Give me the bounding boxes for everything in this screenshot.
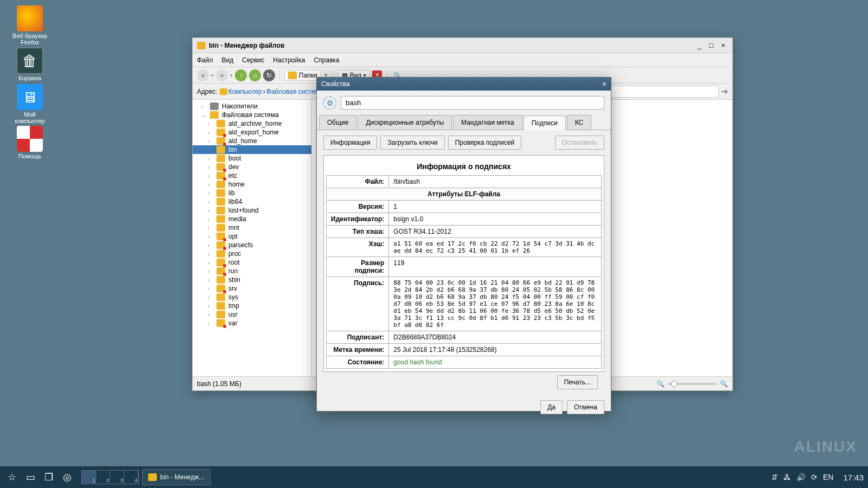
properties-dialog: Свойства × ⚙ Общие Дискреционные атрибут…: [316, 77, 611, 412]
folder-icon: [216, 120, 225, 127]
maximize-button[interactable]: □: [706, 41, 716, 50]
tree-item-dev[interactable]: ›dev: [193, 163, 311, 171]
menu-help[interactable]: Справка: [314, 56, 339, 64]
breadcrumb-item[interactable]: Файловая система: [266, 88, 323, 95]
tree-item-opt[interactable]: ›opt: [193, 232, 311, 241]
network-icon[interactable]: 🖧: [783, 473, 791, 481]
zoom-control[interactable]: 🔍 🔍: [656, 380, 728, 388]
taskbar-task[interactable]: bin - Менедж...: [142, 469, 210, 485]
breadcrumb-item[interactable]: Компьютер: [228, 88, 262, 95]
updates-icon[interactable]: ⟳: [811, 473, 818, 481]
tree-item-usr[interactable]: ›usr: [193, 310, 311, 319]
tree-item-ald_home[interactable]: ›ald_home: [193, 137, 311, 145]
clock[interactable]: 17:43: [843, 473, 864, 482]
show-desktop-button[interactable]: ▭: [23, 470, 38, 485]
tree-item-srv[interactable]: ›srv: [193, 284, 311, 293]
dialog-close-button[interactable]: ×: [602, 80, 607, 88]
tree-item-lib64[interactable]: ›lib64: [193, 197, 311, 206]
tab-mac[interactable]: Мандатная метка: [453, 115, 522, 130]
windows-button[interactable]: ❐: [41, 470, 56, 485]
tree-item-sys[interactable]: ›sys: [193, 293, 311, 301]
tree-item-proc[interactable]: ›proc: [193, 249, 311, 258]
refresh-button[interactable]: ↻: [263, 69, 275, 81]
ok-button[interactable]: Да: [540, 400, 563, 414]
tree-item-run[interactable]: ›run: [193, 267, 311, 275]
address-label: Адрес:: [197, 88, 218, 95]
minimize-button[interactable]: _: [694, 41, 704, 50]
desktop-label: Помощь: [11, 153, 49, 159]
zoom-out-icon[interactable]: 🔍: [656, 380, 665, 388]
home-button[interactable]: ⌂: [249, 69, 261, 81]
tree-item-lost+found[interactable]: ›lost+found: [193, 206, 311, 215]
workspace-pager[interactable]: 1 2 3 4: [81, 470, 139, 484]
menu-file[interactable]: Файл: [197, 56, 213, 64]
tree-item-boot[interactable]: ›boot: [193, 154, 311, 163]
zoom-in-icon[interactable]: 🔍: [720, 380, 728, 388]
tree-item-root[interactable]: ›root: [193, 258, 311, 267]
back-button[interactable]: «: [197, 69, 209, 81]
folder-icon: [216, 189, 225, 197]
apps-button[interactable]: ◎: [60, 470, 75, 485]
desktop-icon-help[interactable]: Помощь: [11, 126, 49, 159]
folder-tree[interactable]: ›Накопители ⌄Файловая система ›ald_archi…: [193, 100, 312, 376]
tab-general[interactable]: Общие: [319, 115, 356, 130]
folder-icon: [216, 155, 225, 162]
zoom-slider[interactable]: [668, 383, 717, 385]
cancel-button[interactable]: Отмена: [567, 400, 604, 414]
trash-icon: 🗑: [17, 48, 43, 74]
tree-item-ald_export_home[interactable]: ›ald_export_home: [193, 128, 311, 137]
tree-item-parsecfs[interactable]: ›parsecfs: [193, 241, 311, 249]
desktop-icon-computer[interactable]: 🖥 Мой компьютер: [11, 84, 49, 124]
dialog-titlebar[interactable]: Свойства ×: [317, 78, 611, 91]
titlebar[interactable]: bin - Менеджер файлов _ □ ×: [193, 38, 732, 53]
folder-icon: [216, 276, 225, 284]
desktop-icon-trash[interactable]: 🗑 Корзина: [11, 48, 49, 81]
tabs: Общие Дискреционные атрибуты Мандатная м…: [317, 115, 611, 130]
menu-settings[interactable]: Настройка: [273, 56, 305, 64]
tree-item-mnt[interactable]: ›mnt: [193, 223, 311, 232]
tree-item-bin[interactable]: ›bin: [193, 145, 311, 154]
tree-item-tmp[interactable]: ›tmp: [193, 301, 311, 310]
tab-signatures[interactable]: Подписи: [524, 115, 566, 130]
menu-service[interactable]: Сервис: [242, 56, 264, 64]
workspace-2[interactable]: 2: [96, 471, 110, 484]
forward-button[interactable]: »: [216, 69, 228, 81]
desktop-label: Корзина: [11, 75, 49, 81]
keyboard-layout[interactable]: EN: [823, 473, 833, 481]
start-button[interactable]: ☆: [4, 470, 20, 485]
volume-icon[interactable]: 🔊: [796, 473, 806, 481]
go-button[interactable]: ➜: [721, 86, 728, 97]
workspace-3[interactable]: 3: [110, 471, 124, 484]
firefox-icon: [17, 5, 43, 31]
filename-input[interactable]: [341, 96, 604, 110]
folder-icon: [148, 473, 157, 481]
folder-icon: [216, 302, 225, 310]
signature-panel[interactable]: Информация о подписях Файл:/bin/bash Атт…: [323, 155, 604, 372]
folder-icon: [288, 72, 297, 79]
tree-item-drives[interactable]: ›Накопители: [193, 102, 311, 111]
tree-item-sbin[interactable]: ›sbin: [193, 275, 311, 284]
folders-toggle[interactable]: Папки: [284, 70, 321, 81]
verify-button[interactable]: Проверка подписей: [448, 136, 522, 150]
taskbar: ☆ ▭ ❐ ◎ 1 2 3 4 bin - Менедж... ⇵ 🖧 🔊 ⟳ …: [0, 466, 868, 488]
menu-view[interactable]: Вид: [222, 56, 234, 64]
close-button[interactable]: ×: [718, 41, 728, 50]
tab-dac[interactable]: Дискреционные атрибуты: [358, 115, 452, 130]
tab-kc[interactable]: КС: [567, 115, 592, 130]
usb-icon[interactable]: ⇵: [771, 473, 778, 481]
desktop-label: Веб браузер Firefox: [11, 33, 49, 46]
tree-item-filesystem[interactable]: ⌄Файловая система: [193, 111, 311, 119]
workspace-1[interactable]: 1: [82, 471, 96, 484]
tree-item-home[interactable]: ›home: [193, 180, 311, 189]
up-button[interactable]: ↑: [235, 69, 247, 81]
load-keys-button[interactable]: Загрузить ключи: [380, 136, 444, 150]
desktop-icon-firefox[interactable]: Веб браузер Firefox: [11, 5, 49, 46]
tree-item-media[interactable]: ›media: [193, 215, 311, 223]
info-button[interactable]: Информация: [323, 136, 377, 150]
tree-item-ald_archive_home[interactable]: ›ald_archive_home: [193, 119, 311, 128]
tree-item-etc[interactable]: ›etc: [193, 171, 311, 180]
print-button[interactable]: Печать...: [557, 375, 598, 389]
tree-item-var[interactable]: ›var: [193, 319, 311, 328]
tree-item-lib[interactable]: ›lib: [193, 189, 311, 197]
workspace-4[interactable]: 4: [124, 471, 138, 484]
